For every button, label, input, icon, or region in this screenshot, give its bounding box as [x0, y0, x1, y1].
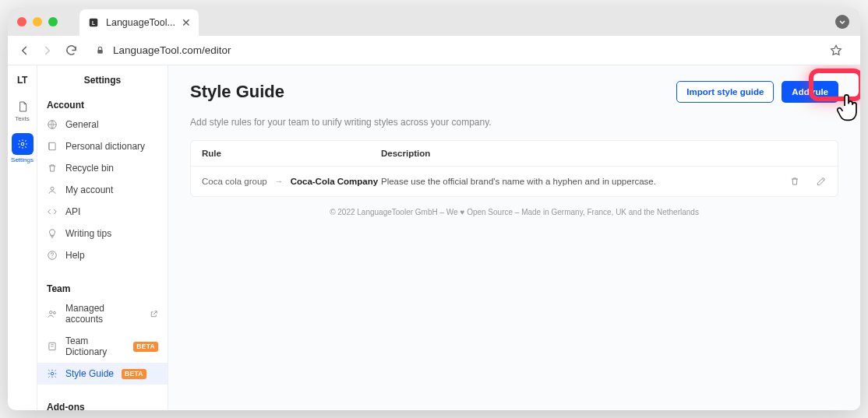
main-content: Style Guide Import style guide Add rule …: [168, 65, 860, 410]
sidebar-item-my-account[interactable]: My account: [37, 179, 168, 201]
reload-button[interactable]: [64, 44, 78, 58]
browser-window: L LanguageTool... ✕ LanguageTool.com/edi…: [8, 8, 860, 410]
tab-title: LanguageTool...: [106, 17, 175, 28]
forward-button[interactable]: [41, 44, 55, 58]
address-bar[interactable]: LanguageTool.com/editor: [87, 40, 851, 61]
arrow-icon: →: [274, 177, 284, 186]
description-cell: Please use the official brand's name wit…: [381, 177, 764, 186]
sidebar-item-writing-tips[interactable]: Writing tips: [37, 223, 168, 244]
app-logo[interactable]: LT: [17, 72, 27, 92]
col-header-description: Description: [381, 149, 764, 158]
tab-favicon: L: [87, 16, 100, 29]
svg-point-8: [53, 311, 55, 314]
add-rule-button[interactable]: Add rule: [782, 81, 838, 103]
beta-badge: BETA: [133, 342, 158, 352]
sidebar-item-label: Managed accounts: [65, 303, 142, 325]
page-title: Style Guide: [190, 82, 284, 102]
traffic-lights: [17, 17, 58, 26]
sidebar-item-recycle-bin[interactable]: Recycle bin: [37, 157, 168, 179]
beta-badge: BETA: [122, 369, 146, 379]
app-body: LT Texts Settings Settings Account Gener…: [8, 65, 860, 410]
edit-rule-button[interactable]: [816, 176, 827, 187]
rail-label: Texts: [15, 115, 30, 122]
maximize-window-button[interactable]: [48, 17, 58, 26]
rules-table: Rule Description Coca cola group → Coca-…: [190, 140, 838, 197]
sidebar-item-label: Personal dictionary: [65, 141, 145, 152]
book-icon: [47, 341, 58, 352]
sidebar-item-label: API: [65, 206, 80, 217]
svg-text:L: L: [92, 20, 95, 26]
rule-to: Coca-Cola Company: [291, 177, 378, 186]
page-subtitle: Add style rules for your team to unify w…: [190, 117, 838, 128]
settings-sidebar: Settings Account General Personal dictio…: [37, 65, 168, 410]
sidebar-item-label: My account: [65, 184, 113, 195]
globe-icon: [47, 119, 58, 130]
toolbar: LanguageTool.com/editor: [8, 36, 860, 65]
browser-tab[interactable]: L LanguageTool... ✕: [79, 9, 199, 36]
trash-icon: [47, 163, 58, 174]
page-header: Style Guide Import style guide Add rule: [190, 81, 838, 103]
sidebar-item-api[interactable]: API: [37, 201, 168, 223]
svg-rect-2: [97, 50, 103, 54]
document-icon: [16, 100, 30, 114]
close-tab-icon[interactable]: ✕: [182, 16, 191, 29]
sidebar-item-label: Team Dictionary: [65, 335, 125, 357]
url-text: LanguageTool.com/editor: [113, 44, 231, 56]
sidebar-item-label: Help: [65, 250, 85, 261]
back-button[interactable]: [17, 44, 31, 58]
header-actions: Import style guide Add rule: [676, 81, 838, 103]
sidebar-item-label: General: [65, 119, 99, 130]
left-rail: LT Texts Settings: [8, 65, 37, 410]
rail-item-settings[interactable]: Settings: [11, 130, 34, 167]
sidebar-item-general[interactable]: General: [37, 114, 168, 135]
users-icon: [47, 308, 58, 319]
delete-rule-button[interactable]: [789, 176, 800, 187]
sidebar-item-label: Recycle bin: [65, 163, 114, 174]
section-heading-account: Account: [37, 93, 168, 114]
help-icon: [47, 250, 58, 261]
col-header-rule: Rule: [202, 149, 381, 158]
sidebar-item-help[interactable]: Help: [37, 244, 168, 266]
rail-label: Settings: [11, 156, 34, 163]
footer-text: © 2022 LanguageTooler GmbH – We ♥ Open S…: [190, 208, 838, 216]
rail-item-texts[interactable]: Texts: [11, 97, 34, 125]
sidebar-item-label: Style Guide: [65, 368, 114, 379]
bookmark-star-icon[interactable]: [829, 44, 843, 58]
sidebar-item-label: Writing tips: [65, 228, 111, 239]
minimize-window-button[interactable]: [33, 17, 42, 26]
svg-point-3: [21, 142, 24, 146]
titlebar: L LanguageTool... ✕: [8, 8, 860, 36]
user-icon: [47, 184, 58, 195]
import-style-guide-button[interactable]: Import style guide: [676, 81, 774, 103]
gear-icon: [47, 368, 58, 379]
cursor-pointer-icon: [835, 90, 860, 121]
svg-point-5: [51, 187, 54, 190]
sidebar-item-style-guide[interactable]: Style Guide BETA: [37, 363, 168, 385]
bulb-icon: [47, 228, 58, 239]
lock-icon: [95, 45, 105, 55]
svg-point-7: [50, 311, 53, 314]
book-icon: [47, 141, 58, 152]
sidebar-item-team-dictionary[interactable]: Team Dictionary BETA: [37, 330, 168, 363]
close-window-button[interactable]: [17, 17, 26, 26]
browser-menu-button[interactable]: [835, 15, 849, 29]
sidebar-title: Settings: [37, 65, 168, 93]
rule-from: Coca cola group: [202, 177, 267, 186]
code-icon: [47, 206, 58, 217]
gear-icon: [16, 137, 30, 151]
table-row: Coca cola group → Coca-Cola Company Plea…: [191, 167, 838, 196]
section-heading-addons: Add-ons: [37, 395, 168, 410]
table-header: Rule Description: [191, 141, 838, 167]
sidebar-item-personal-dictionary[interactable]: Personal dictionary: [37, 135, 168, 157]
external-link-icon: [150, 310, 158, 318]
sidebar-item-managed-accounts[interactable]: Managed accounts: [37, 297, 168, 330]
section-heading-team: Team: [37, 277, 168, 297]
svg-point-10: [51, 372, 54, 375]
rule-cell: Coca cola group → Coca-Cola Company: [202, 177, 381, 186]
